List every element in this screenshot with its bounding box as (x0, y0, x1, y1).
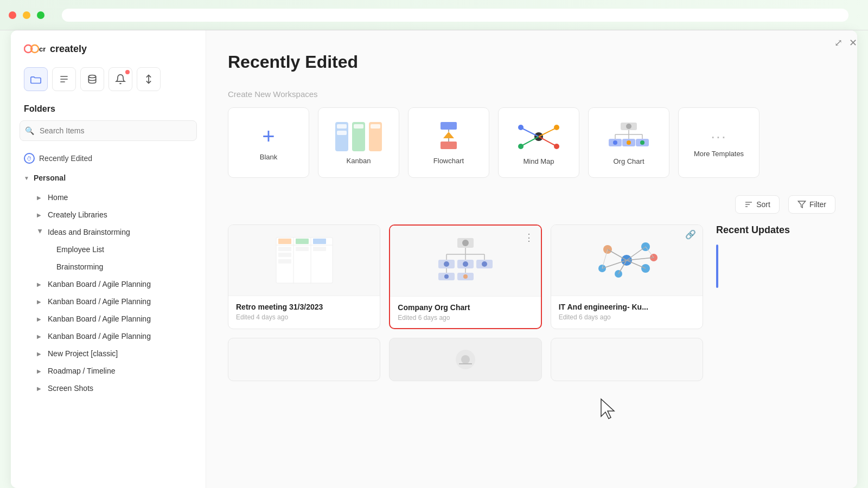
recent-updates-title: Recent Updates (716, 224, 835, 236)
card-it-info: IT And engineering- Ku... Edited 6 days … (551, 296, 703, 328)
retro-meeting-preview-icon (272, 233, 337, 287)
svg-rect-54 (296, 239, 309, 244)
template-more[interactable]: ··· More Templates (678, 107, 760, 178)
svg-rect-56 (313, 239, 326, 244)
search-wrapper: 🔍 (20, 120, 197, 141)
screenshots-arrow: ▶ (37, 386, 43, 391)
sidebar-item-roadmap[interactable]: ▶ Roadmap / Timeline (11, 362, 206, 380)
search-icon: 🔍 (25, 126, 34, 135)
card-it-title: IT And engineering- Ku... (559, 303, 695, 311)
card-retro-time: Edited 4 days ago (236, 313, 372, 321)
card-retro-preview (228, 225, 380, 296)
svg-rect-57 (313, 247, 326, 251)
workspaces-grid: Retro meeting 31/3/2023 Edited 4 days ag… (228, 224, 703, 381)
template-kanban-label: Kanban (347, 157, 371, 165)
newproject-arrow: ▶ (37, 351, 43, 357)
sort-icon (744, 200, 753, 209)
cards-grid: Retro meeting 31/3/2023 Edited 4 days ag… (228, 224, 703, 329)
card-it-time: Edited 6 days ago (559, 313, 695, 321)
bottom-card-1[interactable] (228, 338, 380, 381)
card-retro-info: Retro meeting 31/3/2023 Edited 4 days ag… (228, 296, 380, 328)
sidebar-item-kanban1[interactable]: ▶ Kanban Board / Agile Planning (11, 275, 206, 293)
svg-rect-51 (278, 247, 291, 251)
card-retro-meeting[interactable]: Retro meeting 31/3/2023 Edited 4 days ag… (228, 224, 380, 329)
kanban1-label: Kanban Board / Agile Planning (48, 280, 193, 288)
sidebar-item-home[interactable]: ▶ Home (11, 189, 206, 206)
card-org-info: Company Org Chart Edited 6 days ago (390, 296, 540, 328)
svg-line-27 (539, 137, 555, 145)
svg-rect-13 (354, 124, 363, 129)
template-mindmap-label: Mind Map (523, 157, 554, 165)
window-controls: ⤢ ✕ (834, 37, 857, 49)
template-flowchart[interactable]: Flowchart (408, 107, 489, 178)
svg-line-85 (627, 247, 646, 260)
flowchart-preview-icon (427, 121, 470, 152)
recently-edited-item[interactable]: ⏱ Recently Edited (11, 147, 206, 169)
template-mindmap[interactable]: Mind Map (498, 107, 579, 178)
minimize-dot[interactable] (23, 11, 30, 19)
card-menu-button[interactable]: ⋮ (521, 230, 537, 245)
template-flowchart-label: Flowchart (433, 157, 464, 165)
sidebar-item-brainstorming[interactable]: Brainstorming (11, 258, 206, 275)
sidebar-item-kanban4[interactable]: ▶ Kanban Board / Agile Planning (11, 328, 206, 345)
sidebar-item-libraries[interactable]: ▶ Creately Libraries (11, 206, 206, 223)
svg-point-76 (463, 274, 468, 279)
svg-point-22 (518, 125, 524, 130)
notifications-button[interactable] (108, 67, 132, 91)
filter-label: Filter (809, 200, 826, 209)
template-more-label: More Templates (694, 150, 744, 158)
kanban2-arrow: ▶ (37, 299, 43, 305)
kanban2-label: Kanban Board / Agile Planning (48, 297, 193, 306)
card-retro-title: Retro meeting 31/3/2023 (236, 303, 372, 311)
card-org-chart[interactable]: ⋮ (389, 224, 541, 329)
ideas-label: Ideas and Brainstorming (48, 228, 193, 236)
notification-badge (125, 70, 130, 74)
folders-button[interactable] (24, 67, 48, 91)
template-kanban[interactable]: Kanban (318, 107, 399, 178)
filter-icon (797, 200, 806, 209)
sidebar-item-kanban3[interactable]: ▶ Kanban Board / Agile Planning (11, 310, 206, 328)
bottom-card-2[interactable] (389, 338, 541, 381)
brainstorming-label: Brainstorming (56, 262, 193, 271)
sidebar-item-ideas[interactable]: ▶ Ideas and Brainstorming (11, 223, 206, 241)
sidebar-item-newproject[interactable]: ▶ New Project [classic] (11, 345, 206, 362)
card-it-engineering[interactable]: 🔗 (551, 224, 703, 329)
template-orgchart[interactable]: Org Chart (588, 107, 669, 178)
close-dot[interactable] (9, 11, 16, 19)
svg-point-41 (640, 140, 644, 145)
bottom-card-3[interactable] (551, 338, 703, 381)
resize-button[interactable]: ⤢ (834, 37, 843, 49)
svg-rect-52 (278, 253, 291, 257)
main-content: Recently Edited Create New Workspaces + … (206, 30, 857, 488)
svg-point-28 (554, 144, 559, 149)
filter-button[interactable]: Filter (788, 195, 835, 214)
home-arrow: ▶ (37, 195, 43, 201)
sidebar-item-employee[interactable]: Employee List (11, 241, 206, 258)
titlebar (0, 0, 868, 30)
maximize-dot[interactable] (37, 11, 44, 19)
sidebar-item-kanban2[interactable]: ▶ Kanban Board / Agile Planning (11, 293, 206, 310)
libraries-arrow: ▶ (37, 212, 43, 218)
sidebar-toolbar (11, 65, 206, 100)
folders-label: Folders (11, 100, 206, 120)
search-input[interactable] (20, 120, 197, 141)
list-button[interactable] (52, 67, 76, 91)
personal-section[interactable]: ▼ Personal (11, 169, 206, 187)
url-bar (62, 9, 848, 22)
more-button[interactable] (137, 67, 161, 91)
database-button[interactable] (80, 67, 104, 91)
app-container: creately creately (11, 30, 857, 488)
personal-label: Personal (34, 174, 66, 182)
sidebar-item-screenshots[interactable]: ▶ Screen Shots (11, 380, 206, 397)
mindmap-preview-icon (514, 120, 563, 153)
sidebar: creately creately (11, 30, 206, 488)
template-blank[interactable]: + Blank (228, 107, 309, 178)
close-window-button[interactable]: ✕ (849, 37, 857, 49)
sort-button[interactable]: Sort (735, 195, 780, 214)
roadmap-arrow: ▶ (37, 368, 43, 374)
kanban-preview-icon (334, 121, 383, 152)
creately-logo-icon: creately (24, 41, 46, 56)
orgchart-preview-icon (604, 120, 653, 153)
kanban4-label: Kanban Board / Agile Planning (48, 332, 193, 341)
svg-point-68 (463, 261, 468, 267)
